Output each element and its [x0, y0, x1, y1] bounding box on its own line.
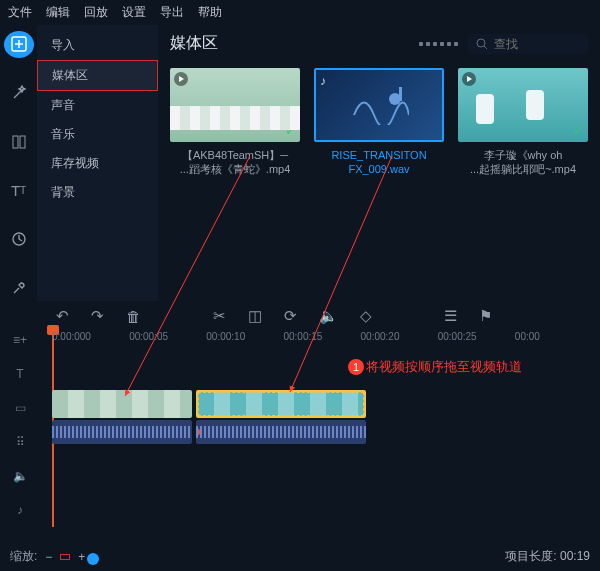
track-text-icon[interactable]: T — [16, 367, 23, 381]
sidebar-item-music[interactable]: 音乐 — [37, 120, 158, 149]
track-video-icon[interactable]: ▭ — [15, 401, 26, 415]
add-icon — [11, 36, 27, 52]
project-length: 项目长度: 00:19 — [505, 548, 590, 565]
annotation-1: 1将视频按顺序拖至视频轨道 — [348, 358, 522, 376]
wand-icon — [11, 85, 27, 101]
flag-icon[interactable]: ⚑ — [479, 307, 492, 325]
clip-thumb[interactable]: ♪ — [314, 68, 444, 142]
svg-rect-2 — [20, 136, 25, 148]
audio-wave-icon — [349, 85, 409, 125]
play-icon[interactable] — [462, 72, 476, 86]
menu-edit[interactable]: 编辑 — [46, 4, 70, 21]
trash-icon[interactable]: 🗑 — [126, 308, 141, 325]
media-clip[interactable]: ♪ RISE_TRANSITONFX_009.wav — [314, 68, 444, 177]
list-icon[interactable]: ☰ — [444, 307, 457, 325]
play-icon[interactable] — [174, 72, 188, 86]
keyframe-icon[interactable]: ◇ — [360, 307, 372, 325]
menu-settings[interactable]: 设置 — [122, 4, 146, 21]
check-icon: ✓ — [285, 123, 296, 138]
sidebar-item-import[interactable]: 导入 — [37, 31, 158, 60]
clip-caption: 李子璇《why oh...起摇躺比耶吧~.mp4 — [458, 148, 588, 177]
media-clip[interactable]: ✓ 李子璇《why oh...起摇躺比耶吧~.mp4 — [458, 68, 588, 177]
tool-clock[interactable] — [4, 226, 34, 253]
clip-thumb[interactable]: ✓ — [458, 68, 588, 142]
svg-rect-6 — [399, 87, 402, 101]
tool-text[interactable]: TT — [4, 177, 34, 204]
clip-caption: RISE_TRANSITONFX_009.wav — [314, 148, 444, 177]
sidebar-item-stock[interactable]: 库存视频 — [37, 149, 158, 178]
svg-rect-1 — [13, 136, 18, 148]
zoom-in-icon[interactable]: + — [78, 550, 85, 564]
sidebar-item-media[interactable]: 媒体区 — [37, 60, 158, 91]
search-input[interactable] — [468, 34, 588, 54]
tool-add[interactable] — [4, 31, 34, 58]
menu-help[interactable]: 帮助 — [198, 4, 222, 21]
music-icon: ♪ — [320, 74, 326, 88]
crop-icon[interactable]: ◫ — [248, 307, 262, 325]
track-music-icon[interactable]: ♪ — [17, 503, 23, 517]
track-settings-icon[interactable]: ≡+ — [13, 333, 27, 347]
tool-wrench[interactable] — [4, 274, 34, 301]
menu-export[interactable]: 导出 — [160, 4, 184, 21]
page-title: 媒体区 — [170, 33, 218, 54]
undo-icon[interactable]: ↶ — [56, 307, 69, 325]
media-clip[interactable]: ✓ 【AKB48TeamSH】─...蹈考核《青蛇》.mp4 — [170, 68, 300, 177]
menu-playback[interactable]: 回放 — [84, 4, 108, 21]
check-icon: ✓ — [573, 123, 584, 138]
sidebar-item-sound[interactable]: 声音 — [37, 91, 158, 120]
zoom-label: 缩放: — [10, 548, 37, 565]
timeline-audio-clip[interactable] — [52, 420, 192, 444]
zoom-out-icon[interactable]: − — [45, 550, 52, 564]
time-ruler[interactable]: 0:00:000 00:00:05 00:00:10 00:00:15 00:0… — [40, 327, 600, 350]
timeline-audio-clip[interactable] — [196, 420, 366, 444]
rotate-icon[interactable]: ⟳ — [284, 307, 297, 325]
search-icon — [476, 38, 488, 50]
timeline-clip[interactable] — [52, 390, 192, 418]
grid-icon[interactable] — [419, 42, 458, 46]
track-audio-icon[interactable]: 🔈 — [13, 469, 28, 483]
keyframe-dot[interactable] — [196, 428, 200, 436]
zoom-knob[interactable] — [87, 553, 99, 565]
clip-thumb[interactable]: ✓ — [170, 68, 300, 142]
volume-icon[interactable]: 🔈 — [319, 307, 338, 325]
timeline-clip-selected[interactable] — [196, 390, 366, 418]
wrench-icon — [11, 280, 27, 296]
tool-wand[interactable] — [4, 80, 34, 107]
redo-icon[interactable]: ↷ — [91, 307, 104, 325]
svg-point-4 — [477, 39, 485, 47]
clock-icon — [11, 231, 27, 247]
track-fx-icon[interactable]: ⠿ — [16, 435, 25, 449]
layout-icon — [11, 134, 27, 150]
menu-file[interactable]: 文件 — [8, 4, 32, 21]
cut-icon[interactable]: ✂ — [213, 307, 226, 325]
search-field[interactable] — [494, 37, 574, 51]
tool-layout[interactable] — [4, 128, 34, 155]
sidebar-item-bg[interactable]: 背景 — [37, 178, 158, 207]
clip-caption: 【AKB48TeamSH】─...蹈考核《青蛇》.mp4 — [170, 148, 300, 177]
